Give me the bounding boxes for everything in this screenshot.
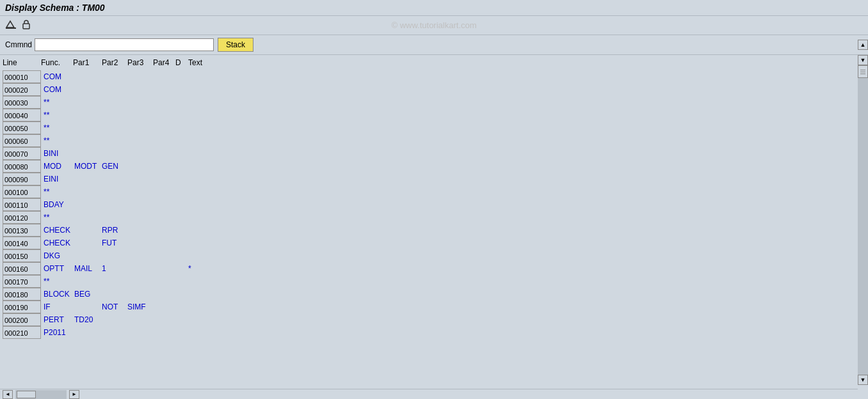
lock-icon[interactable]: [20, 19, 32, 32]
cell-d: [175, 109, 188, 121]
cell-par1: [73, 275, 102, 288]
cell-line[interactable]: 000190: [3, 301, 41, 313]
cell-par2: 1: [102, 262, 127, 275]
cell-line[interactable]: 000060: [3, 134, 41, 147]
cell-line[interactable]: 000120: [3, 211, 41, 224]
data-rows: 000010 COM 000020 COM 000030 ** 000040 *…: [0, 70, 858, 339]
cell-line[interactable]: 000130: [3, 224, 41, 237]
cell-line[interactable]: 000090: [3, 173, 41, 185]
cell-d: [175, 173, 188, 185]
cell-par1: [73, 70, 102, 83]
table-row: 000180 BLOCK BEG: [3, 288, 855, 301]
cell-d: [175, 275, 188, 288]
svg-rect-2: [23, 24, 29, 29]
cell-par2: [102, 121, 127, 134]
cell-text: [188, 147, 316, 160]
cell-line[interactable]: 000150: [3, 249, 41, 262]
cell-func: DKG: [41, 249, 73, 262]
cell-par2: [102, 326, 127, 339]
cell-text: [188, 224, 316, 237]
cell-d: [175, 249, 188, 262]
cell-par3: [127, 313, 153, 326]
cell-line[interactable]: 000160: [3, 262, 41, 275]
cell-line[interactable]: 000020: [3, 83, 41, 96]
cell-par2: [102, 313, 127, 326]
cell-par1: [73, 249, 102, 262]
cell-line[interactable]: 000110: [3, 198, 41, 211]
header-par3: Par3: [127, 56, 153, 69]
cell-func: COM: [41, 70, 73, 83]
cell-par4: [153, 70, 175, 83]
scroll-up-arrow[interactable]: ▲: [858, 40, 868, 50]
command-input[interactable]: [35, 38, 214, 51]
cell-par4: [153, 173, 175, 185]
cell-d: [175, 313, 188, 326]
cell-d: [175, 198, 188, 211]
cell-line[interactable]: 000200: [3, 313, 41, 326]
cell-par3: [127, 326, 153, 339]
table-container: Line Func. Par1 Par2 Par3 Par4 D Text 00…: [0, 55, 858, 385]
table-row: 000100 **: [3, 185, 855, 198]
cell-par3: [127, 185, 153, 198]
cell-text: [188, 121, 316, 134]
cell-par2: [102, 96, 127, 109]
cell-func: COM: [41, 83, 73, 96]
cell-line[interactable]: 000100: [3, 185, 41, 198]
cell-line[interactable]: 000030: [3, 96, 41, 109]
cell-func: **: [41, 275, 73, 288]
svg-rect-1: [6, 27, 16, 29]
cell-func: BDAY: [41, 198, 73, 211]
cell-par4: [153, 185, 175, 198]
cell-line[interactable]: 000010: [3, 70, 41, 83]
cell-line[interactable]: 000040: [3, 109, 41, 121]
cell-par3: [127, 109, 153, 121]
cell-text: [188, 134, 316, 147]
cell-func: IF: [41, 301, 73, 313]
table-row: 000020 COM: [3, 83, 855, 96]
cell-par3: [127, 224, 153, 237]
cell-line[interactable]: 000140: [3, 237, 41, 249]
cell-par4: [153, 147, 175, 160]
scroll-down-arrow-top[interactable]: ▼: [858, 55, 868, 65]
cell-d: [175, 262, 188, 275]
table-row: 000160 OPTT MAIL 1 *: [3, 262, 855, 275]
cell-line[interactable]: 000210: [3, 326, 41, 339]
cell-par2: [102, 147, 127, 160]
header-par1: Par1: [73, 56, 102, 69]
cell-par3: [127, 198, 153, 211]
cell-par3: [127, 211, 153, 224]
column-headers: Line Func. Par1 Par2 Par3 Par4 D Text: [0, 55, 858, 70]
cell-par3: [127, 70, 153, 83]
table-row: 000070 BINI: [3, 147, 855, 160]
cell-par3: [127, 147, 153, 160]
scroll-down-arrow-bottom[interactable]: ▼: [858, 375, 868, 385]
scroll-grip[interactable]: [858, 65, 868, 78]
cell-func: **: [41, 185, 73, 198]
cell-func: BINI: [41, 147, 73, 160]
cell-par1: [73, 237, 102, 249]
cell-line[interactable]: 000180: [3, 288, 41, 301]
cell-line[interactable]: 000070: [3, 147, 41, 160]
cell-par4: [153, 301, 175, 313]
cell-func: **: [41, 134, 73, 147]
cell-par3: [127, 96, 153, 109]
cell-par1: [73, 198, 102, 211]
cell-text: [188, 288, 316, 301]
cell-line[interactable]: 000080: [3, 160, 41, 173]
toolbar: © www.tutorialkart.com: [0, 16, 868, 35]
cell-par3: [127, 288, 153, 301]
stack-button[interactable]: Stack: [218, 38, 253, 52]
cell-par4: [153, 83, 175, 96]
cell-par4: [153, 211, 175, 224]
cell-text: [188, 198, 316, 211]
cell-line[interactable]: 000050: [3, 121, 41, 134]
cell-par2: [102, 211, 127, 224]
cell-par4: [153, 160, 175, 173]
cell-par4: [153, 249, 175, 262]
cell-par4: [153, 198, 175, 211]
cell-line[interactable]: 000170: [3, 275, 41, 288]
header-line: Line: [3, 56, 41, 69]
cell-par1: [73, 185, 102, 198]
cell-d: [175, 83, 188, 96]
settings-icon[interactable]: [5, 19, 17, 32]
